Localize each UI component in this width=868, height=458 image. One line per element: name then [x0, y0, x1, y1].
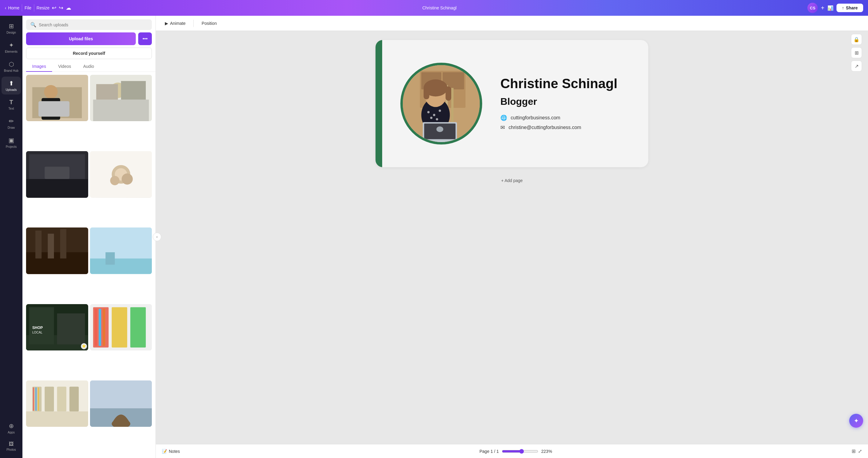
star-badge: ⭐	[81, 343, 87, 349]
apps-icon: ⊕	[9, 422, 14, 429]
sidebar-item-photos[interactable]: 🖼 Photos	[1, 438, 21, 454]
redo-button[interactable]: ↪	[59, 4, 63, 11]
animate-button[interactable]: ▶ Animate	[162, 19, 188, 28]
svg-rect-43	[26, 411, 88, 427]
email-icon: ✉	[500, 124, 505, 131]
svg-point-71	[436, 118, 438, 121]
sidebar-elements-label: Elements	[5, 50, 18, 53]
image-thumbnail[interactable]	[26, 228, 88, 274]
tab-images[interactable]: Images	[26, 62, 52, 72]
image-thumbnail[interactable]	[26, 151, 88, 197]
document-title[interactable]: Christine Schinagl	[422, 5, 457, 10]
sidebar-apps-label: Apps	[8, 431, 15, 434]
image-thumbnail[interactable]	[90, 75, 152, 121]
search-input[interactable]	[39, 23, 148, 27]
grid-button[interactable]: ⊞	[851, 47, 862, 58]
cloud-save-icon[interactable]: ☁	[66, 4, 71, 11]
svg-point-75	[436, 126, 443, 132]
tab-videos[interactable]: Videos	[52, 62, 77, 72]
sidebar-projects-label: Projects	[6, 145, 17, 149]
card-content: Christine Schinagl Blogger 🌐 cuttingforb…	[500, 76, 630, 131]
sidebar-item-elements[interactable]: ✦ Elements	[1, 38, 21, 56]
image-thumbnail[interactable]	[26, 381, 88, 427]
svg-point-2	[44, 85, 58, 99]
svg-rect-4	[38, 101, 69, 117]
resize-button[interactable]: Resize	[37, 5, 50, 10]
sidebar-item-projects[interactable]: ▣ Projects	[1, 134, 21, 152]
home-button[interactable]: ‹ Home	[5, 5, 20, 10]
file-button[interactable]: File	[25, 5, 32, 10]
design-card[interactable]: Christine Schinagl Blogger 🌐 cuttingforb…	[375, 40, 648, 167]
analytics-button[interactable]: 📊	[827, 5, 833, 11]
zoom-slider[interactable]	[502, 449, 538, 454]
image-thumbnail[interactable]: SHOP LOCAL ⭐	[26, 304, 88, 351]
svg-rect-74	[418, 141, 459, 142]
magic-button[interactable]: ✦	[849, 414, 863, 428]
image-thumbnail[interactable]	[90, 228, 152, 274]
svg-point-18	[110, 176, 119, 185]
svg-rect-40	[98, 309, 101, 346]
more-options-button[interactable]: •••	[138, 32, 152, 45]
image-thumbnail[interactable]	[26, 75, 88, 121]
header-icons: ↩ ↪ ☁	[52, 4, 71, 11]
fullscreen-button[interactable]: ⤢	[858, 448, 862, 454]
image-thumbnail[interactable]	[90, 304, 152, 351]
sidebar-item-draw[interactable]: ✏ Draw	[1, 115, 21, 132]
share-button[interactable]: ↑ Share	[836, 4, 863, 12]
svg-rect-11	[26, 179, 88, 197]
tab-audio[interactable]: Audio	[77, 62, 100, 72]
sidebar-item-apps[interactable]: ⊕ Apps	[1, 419, 21, 437]
bottom-bar: 📝 Notes Page 1 / 1 223% ⊞ ⤢	[156, 444, 868, 458]
image-tabs: Images Videos Audio	[23, 59, 155, 72]
zoom-label: 223%	[541, 449, 552, 454]
header-divider-2	[34, 4, 34, 11]
share-label: Share	[846, 5, 858, 10]
position-label: Position	[202, 21, 217, 26]
sidebar-design-label: Design	[6, 31, 16, 34]
image-thumbnail[interactable]	[90, 381, 152, 427]
search-bar[interactable]: 🔍	[26, 20, 152, 30]
sidebar-item-text[interactable]: T Text	[1, 96, 21, 113]
svg-rect-48	[33, 387, 34, 411]
svg-point-68	[433, 114, 435, 116]
main-body: ⊞ Design ✦ Elements ⬡ Brand Hub ⬆ Upload…	[0, 16, 868, 458]
draw-icon: ✏	[9, 118, 14, 125]
svg-rect-37	[112, 307, 127, 348]
svg-rect-39	[95, 309, 97, 346]
user-avatar[interactable]: CS	[807, 3, 818, 13]
photos-icon: 🖼	[9, 441, 13, 447]
hide-panel-button[interactable]: ‹	[153, 233, 161, 241]
record-yourself-button[interactable]: Record yourself	[26, 47, 152, 59]
svg-rect-65	[424, 87, 430, 99]
svg-rect-38	[130, 307, 146, 348]
image-thumbnail[interactable]	[90, 151, 152, 197]
canvas-scroll: Christine Schinagl Blogger 🌐 cuttingforb…	[156, 31, 868, 444]
svg-rect-28	[105, 252, 115, 265]
lock-button[interactable]: 🔒	[851, 34, 862, 45]
undo-button[interactable]: ↩	[52, 4, 56, 11]
upload-files-button[interactable]: Upload files	[26, 32, 136, 45]
add-collaborator-button[interactable]: +	[821, 4, 824, 11]
sidebar-item-design[interactable]: ⊞ Design	[1, 20, 21, 37]
position-button[interactable]: Position	[198, 19, 220, 28]
share-icon: ↑	[842, 5, 844, 10]
projects-icon: ▣	[8, 137, 14, 144]
sidebar-item-uploads[interactable]: ⬆ Uploads	[1, 77, 21, 95]
website-value: cuttingforbusiness.com	[511, 115, 560, 121]
sidebar-uploads-label: Uploads	[6, 88, 17, 92]
sidebar-item-brand-hub[interactable]: ⬡ Brand Hub	[1, 58, 21, 75]
add-page-button[interactable]: + Add page	[496, 173, 527, 188]
svg-text:SHOP: SHOP	[32, 325, 43, 330]
notes-button[interactable]: 📝 Notes	[162, 449, 180, 454]
home-label: Home	[8, 5, 20, 10]
expand-button[interactable]: ↗	[851, 61, 862, 71]
profile-photo-circle	[400, 63, 482, 144]
header-left: ‹ Home File Resize ↩ ↪ ☁	[5, 4, 71, 11]
svg-rect-41	[102, 309, 105, 346]
bottom-left: 📝 Notes	[162, 449, 180, 454]
svg-rect-23	[60, 229, 66, 259]
panel-top: 🔍 Upload files ••• Record yourself	[23, 16, 155, 59]
grid-view-button[interactable]: ⊞	[851, 448, 856, 454]
green-accent-bar	[375, 40, 382, 167]
animate-label: Animate	[170, 21, 185, 26]
